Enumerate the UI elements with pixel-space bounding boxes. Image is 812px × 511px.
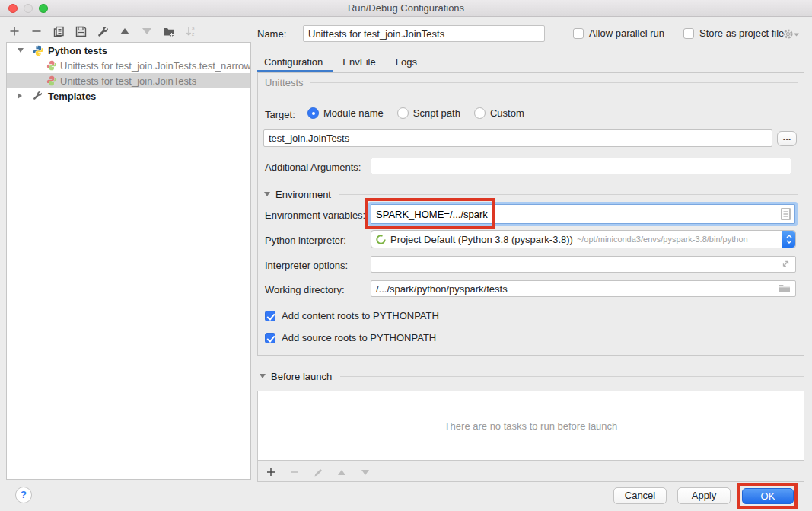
move-down-button xyxy=(140,24,154,38)
before-launch-toolbar xyxy=(258,461,804,479)
tab-logs[interactable]: Logs xyxy=(396,56,417,68)
new-folder-button[interactable] xyxy=(162,24,176,38)
tree-item-label: Unittests for test_join.JoinTests.test_n… xyxy=(60,60,250,72)
arrow-down-icon xyxy=(361,470,369,475)
minus-icon xyxy=(31,26,42,37)
before-launch-panel: There are no tasks to run before launch xyxy=(257,391,804,482)
target-option-module-name[interactable]: Module name xyxy=(323,107,384,119)
remove-configuration-button[interactable] xyxy=(30,24,43,38)
move-task-down-button xyxy=(358,465,372,479)
python-icon xyxy=(33,45,44,56)
tab-bar: Configuration EnvFile Logs xyxy=(264,52,417,72)
target-label: Target: xyxy=(265,109,295,120)
environment-section-label[interactable]: Environment xyxy=(275,189,331,200)
folder-icon[interactable] xyxy=(779,283,791,293)
tree-item-templates[interactable]: Templates xyxy=(7,88,250,104)
titlebar: Run/Debug Configurations xyxy=(0,0,812,17)
ok-button[interactable]: OK xyxy=(742,488,794,504)
add-content-roots-checkbox[interactable]: Add content roots to PYTHONPATH xyxy=(265,310,439,321)
move-up-button[interactable] xyxy=(118,24,132,38)
plus-icon xyxy=(9,26,20,37)
store-as-project-file-label: Store as project file xyxy=(699,27,784,39)
radio-unselected-icon[interactable] xyxy=(397,107,409,119)
window-title: Run/Debug Configurations xyxy=(0,2,812,14)
tree-item-unittest-narrow[interactable]: Unittests for test_join.JoinTests.test_n… xyxy=(7,58,250,73)
chevron-up-icon xyxy=(786,235,792,238)
wrench-icon xyxy=(97,26,109,37)
svg-text:a: a xyxy=(192,26,195,31)
copy-icon xyxy=(53,26,65,37)
tree-item-label: Unittests for test_join.JoinTests xyxy=(60,75,196,87)
add-source-roots-label: Add source roots to PYTHONPATH xyxy=(282,332,436,343)
chevron-down-icon[interactable] xyxy=(264,192,270,196)
checkbox-unchecked-icon[interactable] xyxy=(573,28,584,39)
target-option-custom[interactable]: Custom xyxy=(490,107,524,119)
store-as-project-file-checkbox[interactable]: Store as project file xyxy=(683,27,784,39)
tab-configuration[interactable]: Configuration xyxy=(264,56,323,68)
browse-module-button[interactable]: ... xyxy=(777,131,797,146)
target-radio-group: Module name Script path Custom xyxy=(307,107,524,119)
store-options-button[interactable] xyxy=(782,28,799,40)
copy-configuration-button[interactable] xyxy=(52,24,65,38)
allow-parallel-run-checkbox[interactable]: Allow parallel run xyxy=(573,27,664,39)
tree-item-label: Python tests xyxy=(48,45,107,56)
python-interpreter-label: Python interpreter: xyxy=(265,235,346,246)
edit-templates-button[interactable] xyxy=(96,24,110,38)
before-launch-section-label[interactable]: Before launch xyxy=(271,371,332,382)
additional-arguments-input[interactable] xyxy=(371,158,791,174)
pencil-icon xyxy=(314,468,323,477)
python-interpreter-path: ~/opt/miniconda3/envs/pyspark-3.8/bin/py… xyxy=(577,235,748,244)
select-stepper-button[interactable] xyxy=(782,231,795,248)
configurations-tree: Python tests Unittests for test_join.Joi… xyxy=(6,42,251,480)
tree-item-label: Templates xyxy=(48,91,96,102)
add-task-button[interactable] xyxy=(264,465,278,479)
chevron-down-icon[interactable] xyxy=(260,374,266,378)
additional-arguments-label: Additional Arguments: xyxy=(265,161,361,173)
remove-task-button xyxy=(288,465,301,479)
before-launch-empty-text: There are no tasks to run before launch xyxy=(444,420,618,432)
tree-item-python-tests[interactable]: Python tests xyxy=(7,43,250,58)
arrow-up-icon xyxy=(338,470,345,475)
section-divider xyxy=(310,82,798,83)
plus-icon xyxy=(266,468,275,477)
name-input[interactable] xyxy=(303,25,545,42)
before-launch-task-list[interactable]: There are no tasks to run before launch xyxy=(258,391,804,461)
python-interpreter-value: Project Default (Python 3.8 (pyspark-3.8… xyxy=(390,234,573,245)
help-button[interactable]: ? xyxy=(15,487,32,503)
expand-field-icon[interactable] xyxy=(781,259,791,269)
minus-icon xyxy=(290,468,299,477)
checkbox-checked-icon[interactable] xyxy=(265,333,275,343)
radio-selected-icon[interactable] xyxy=(307,107,319,119)
python-interpreter-select[interactable]: Project Default (Python 3.8 (pyspark-3.8… xyxy=(371,230,796,248)
chevron-right-icon[interactable] xyxy=(18,93,22,99)
tab-envfile[interactable]: EnvFile xyxy=(342,56,375,68)
save-icon xyxy=(75,26,87,37)
interpreter-options-label: Interpreter options: xyxy=(265,260,348,271)
checkbox-checked-icon[interactable] xyxy=(265,311,275,321)
chevron-down-icon xyxy=(794,32,799,37)
environment-variables-label: Environment variables: xyxy=(265,209,365,221)
edit-task-button xyxy=(311,465,325,479)
working-directory-label: Working directory: xyxy=(265,284,345,295)
chevron-down-icon[interactable] xyxy=(18,48,24,53)
save-configuration-button[interactable] xyxy=(74,24,88,38)
wrench-icon xyxy=(33,91,43,101)
tree-item-unittest-jointests-selected[interactable]: Unittests for test_join.JoinTests xyxy=(7,73,250,88)
add-configuration-button[interactable] xyxy=(8,24,21,38)
radio-unselected-icon[interactable] xyxy=(474,107,486,119)
conda-env-icon xyxy=(375,234,387,245)
environment-variables-input[interactable] xyxy=(371,205,775,223)
edit-variables-icon[interactable] xyxy=(781,208,791,220)
target-option-script-path[interactable]: Script path xyxy=(413,107,460,119)
module-name-input[interactable] xyxy=(264,130,772,146)
interpreter-options-input[interactable] xyxy=(371,257,795,272)
add-source-roots-checkbox[interactable]: Add source roots to PYTHONPATH xyxy=(265,332,436,343)
apply-button[interactable]: Apply xyxy=(677,487,731,504)
environment-variables-field[interactable] xyxy=(371,204,795,224)
section-divider xyxy=(339,194,798,195)
working-directory-input[interactable] xyxy=(371,281,795,296)
cancel-button[interactable]: Cancel xyxy=(613,487,667,504)
arrow-down-icon xyxy=(142,28,151,34)
checkbox-unchecked-icon[interactable] xyxy=(683,28,694,39)
allow-parallel-run-label: Allow parallel run xyxy=(589,27,664,39)
